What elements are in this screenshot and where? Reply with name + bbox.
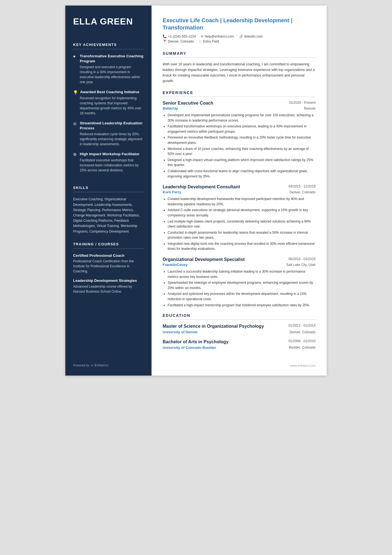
main-content: Executive Life Coach | Leadership Develo… xyxy=(152,6,327,376)
exp-title: Leadership Development Consultant xyxy=(163,184,240,189)
achievement-item: ⚙ High Impact Workshop Facilitator Facil… xyxy=(73,152,144,173)
achievement-icon-row: ♥ Transformative Executive Coaching Prog… xyxy=(73,54,144,63)
bullet-item: Conducted in-depth assessments for leade… xyxy=(168,230,316,240)
edu-location: Denver, Colorado xyxy=(290,330,316,334)
experience-entry: Organizational Development Specialist 06… xyxy=(163,257,316,308)
experience-entry: Leadership Development Consultant 04/201… xyxy=(163,184,316,251)
exp-company: FranklinCovey xyxy=(163,263,188,267)
education-section-title: EDUCATION xyxy=(163,313,316,318)
exp-company-row: Korn Ferry Denver, Colorado xyxy=(163,190,316,194)
bullet-item: Designed a high-impact virtual coaching … xyxy=(168,157,316,168)
training-divider xyxy=(73,248,144,249)
achievement-icon-row: ◎ Streamlined Leadership Evaluation Proc… xyxy=(73,121,144,130)
exp-bullets: Created leadership development framework… xyxy=(163,196,316,251)
contact-linkedin: 🔗 linkedin.com xyxy=(239,34,263,38)
education-list: Master of Science in Organizational Psyc… xyxy=(163,324,316,355)
skills-section-title: SKILLS xyxy=(73,186,144,190)
experience-list: Senior Executive Coach 01/2020 - Present… xyxy=(163,101,316,313)
experience-section-title: EXPERIENCE xyxy=(163,90,316,95)
email-icon: ✉ xyxy=(201,34,204,38)
skills-divider xyxy=(73,192,144,192)
achievements-section-title: KEY ACHIEVEMENTS xyxy=(73,43,144,47)
achievement-item: ◎ Streamlined Leadership Evaluation Proc… xyxy=(73,121,144,147)
sidebar-footer: Powered by ∞ Enhancv xyxy=(73,358,144,367)
bullet-item: Launched a successful leadership trainin… xyxy=(168,269,316,279)
powered-by-label: Powered by xyxy=(73,364,89,367)
exp-title: Senior Executive Coach xyxy=(163,101,213,106)
bullet-item: Mentored a team of 10 junior coaches, en… xyxy=(168,146,316,157)
bullet-item: Analyzed and optimized key processes wit… xyxy=(168,291,316,302)
exp-header: Organizational Development Specialist 06… xyxy=(163,257,316,262)
achievements-list: ♥ Transformative Executive Coaching Prog… xyxy=(73,54,144,178)
training-title: Leadership Development Strategies xyxy=(73,278,144,283)
exp-location: Salt Lake City, Utah xyxy=(286,263,316,267)
experience-entry: Senior Executive Coach 01/2020 - Present… xyxy=(163,101,316,179)
contact-email: ✉ help@enhancv.com xyxy=(201,34,234,38)
summary-divider xyxy=(163,57,316,58)
achievement-title: Transformative Executive Coaching Progra… xyxy=(80,54,144,63)
achievements-divider xyxy=(73,49,144,49)
exp-title: Organizational Development Specialist xyxy=(163,257,245,262)
edu-location: Boulder, Colorado xyxy=(289,346,316,349)
training-desc: Professional Coach Certification from th… xyxy=(73,259,144,274)
exp-header: Leadership Development Consultant 04/201… xyxy=(163,184,316,189)
bullet-item: Spearheaded the redesign of employee dev… xyxy=(168,280,316,290)
phone-icon: 📞 xyxy=(163,34,167,38)
achievement-desc: Reduced evaluation cycle times by 20%, s… xyxy=(73,132,144,147)
training-item: Certified Professional Coach Professiona… xyxy=(73,253,144,274)
exp-location: Remote xyxy=(304,107,316,110)
bullet-item: Facilitated transformative workshops on … xyxy=(168,124,316,134)
bullet-item: Advised C-suite executives on strategic … xyxy=(168,208,316,218)
bullet-item: Collaborated with cross-functional teams… xyxy=(168,169,316,179)
exp-company: Korn Ferry xyxy=(163,190,181,194)
education-entry: Master of Science in Organizational Psyc… xyxy=(163,324,316,334)
job-title: Executive Life Coach | Leadership Develo… xyxy=(163,17,316,31)
exp-company: BetterUp xyxy=(163,106,178,110)
education-entry: Bachelor of Arts in Psychology 01/2006 -… xyxy=(163,339,316,350)
bullet-item: Developed and implemented personalized c… xyxy=(168,113,316,123)
achievement-desc: Designed and executed a program resultin… xyxy=(73,65,144,85)
achievement-icon: 💡 xyxy=(73,90,78,95)
star-icon: ☆ xyxy=(199,40,202,43)
edu-header: Master of Science in Organizational Psyc… xyxy=(163,324,316,329)
training-item: Leadership Development Strategies Advanc… xyxy=(73,278,144,294)
edu-degree: Bachelor of Arts in Psychology xyxy=(163,339,229,345)
exp-company-row: BetterUp Remote xyxy=(163,106,316,110)
achievement-title: Streamlined Leadership Evaluation Proces… xyxy=(80,121,144,130)
training-title: Certified Professional Coach xyxy=(73,253,144,258)
training-section-title: TRAINING / COURSES xyxy=(73,242,144,246)
exp-location: Denver, Colorado xyxy=(290,190,316,194)
sidebar: ELLA GREEN KEY ACHIEVEMENTS ♥ Transforma… xyxy=(65,6,152,376)
achievement-title: Awarded Best Coaching Initiative xyxy=(80,90,140,95)
enhancv-logo: ∞ Enhancv xyxy=(91,363,108,367)
edu-school-row: University of Colorado Boulder Boulder, … xyxy=(163,346,316,350)
resume-container: ELLA GREEN KEY ACHIEVEMENTS ♥ Transforma… xyxy=(65,6,327,376)
achievement-icon: ◎ xyxy=(73,121,78,126)
achievement-icon: ♥ xyxy=(73,54,78,59)
edu-header: Bachelor of Arts in Psychology 01/2006 -… xyxy=(163,339,316,345)
achievement-item: 💡 Awarded Best Coaching Initiative Recei… xyxy=(73,90,144,116)
edu-school: University of Colorado Boulder xyxy=(163,346,216,350)
achievement-icon-row: ⚙ High Impact Workshop Facilitator xyxy=(73,152,144,157)
location-icon: 📍 xyxy=(163,40,167,43)
contact-phone: 📞 +1-(234)-555-1234 xyxy=(163,34,196,38)
exp-bullets: Developed and implemented personalized c… xyxy=(163,113,316,179)
edu-degree: Master of Science in Organizational Psyc… xyxy=(163,324,264,329)
edu-date: 01/2006 - 01/2010 xyxy=(289,339,316,343)
skills-text: Executive Coaching, Organizational Devel… xyxy=(73,197,144,234)
contact-row-2: 📍 Denver, Colorado ☆ Extra Field xyxy=(163,40,316,43)
experience-divider xyxy=(163,97,316,97)
summary-section-title: SUMMARY xyxy=(163,51,316,56)
bullet-item: Integrated new digital tools into the co… xyxy=(168,241,316,251)
summary-text: With over 10 years in leadership and tra… xyxy=(163,61,316,84)
training-desc: Advanced Leadership course offered by Ha… xyxy=(73,284,144,294)
bullet-item: Pioneered an innovative feedback methodo… xyxy=(168,135,316,145)
education-divider xyxy=(163,319,316,320)
training-list: Certified Professional Coach Professiona… xyxy=(73,253,144,299)
achievement-desc: Facilitated executive workshops that inc… xyxy=(73,158,144,173)
bullet-item: Led multiple high-stakes client projects… xyxy=(168,219,316,229)
achievement-desc: Received recognition for implementing co… xyxy=(73,96,144,116)
exp-company-row: FranklinCovey Salt Lake City, Utah xyxy=(163,263,316,267)
candidate-name: ELLA GREEN xyxy=(73,17,144,26)
achievement-title: High Impact Workshop Facilitator xyxy=(80,152,140,157)
